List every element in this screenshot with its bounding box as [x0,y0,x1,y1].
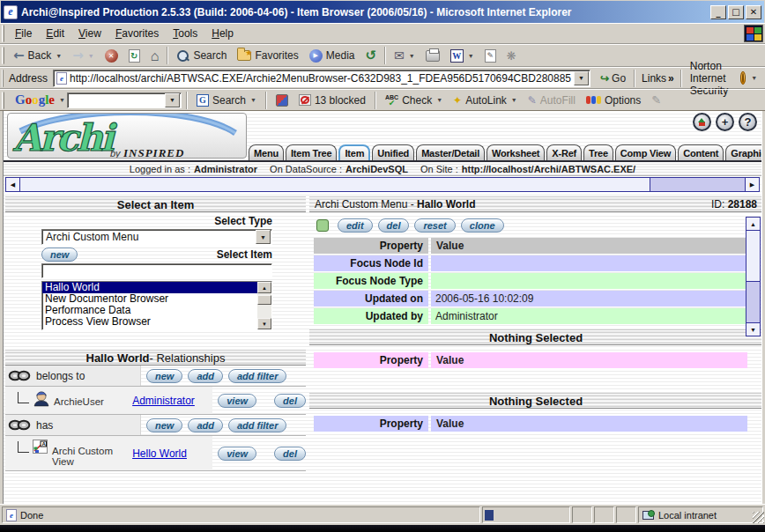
scroll-right-button[interactable]: ▶ [745,178,759,191]
menu-edit[interactable]: Edit [39,25,71,42]
popup-blocker-button[interactable]: 13 blocked [294,92,370,108]
autofill-button[interactable]: ✎ AutoFill [524,92,580,108]
clone-button[interactable]: clone [461,218,504,233]
tab-x-ref[interactable]: X-Ref [546,144,582,160]
relation-view-button[interactable]: view [218,394,256,408]
tab-item[interactable]: Item [338,144,370,160]
relation-new-button[interactable]: new [146,418,182,432]
scroll-up-button[interactable]: ▲ [746,218,760,231]
tab-item-tree[interactable]: Item Tree [286,144,338,160]
menu-tools[interactable]: Tools [166,25,204,42]
mail-dropdown-icon[interactable]: ▼ [409,53,415,59]
spellcheck-button[interactable]: ABC✔ Check ▼ [381,92,447,108]
google-info-button[interactable] [271,92,293,108]
history-button[interactable]: ↺ [360,47,382,65]
edit-button[interactable]: ✎ [479,47,501,65]
scroll-down-button[interactable]: ▼ [746,322,760,336]
detail-vertical-scrollbar[interactable]: ▲ ▼ [746,217,761,336]
horizontal-scrollbar[interactable]: ◀ ▶ [5,177,760,192]
tab-worksheet[interactable]: Worksheet [486,144,545,160]
scroll-thumb[interactable] [20,178,650,191]
home-button[interactable]: ⌂ [145,47,165,65]
links-button[interactable]: Links » [638,72,678,85]
app-home-button[interactable] [693,113,711,131]
google-logo-dropdown-icon[interactable]: ▼ [59,97,65,103]
address-url[interactable]: http://localhost/archi/ABTWSAC.EXE/Archi… [70,72,571,85]
search-button[interactable]: Search [171,47,232,65]
autolink-dropdown-icon[interactable]: ▼ [511,97,517,103]
item-filter-input[interactable] [41,263,272,278]
word-dropdown-icon[interactable]: ▼ [468,53,474,59]
tab-comp-view[interactable]: Comp View [615,144,676,160]
autolink-button[interactable]: ✦ AutoLink ▼ [449,92,522,108]
relation-child-link[interactable]: Hello World [132,447,187,460]
google-search-menu-icon[interactable]: ▼ [250,97,256,103]
new-item-button[interactable]: new [41,248,78,262]
relation-add-button[interactable]: add [188,369,223,383]
app-add-button[interactable]: + [716,113,734,131]
close-button[interactable]: ✕ [746,5,761,19]
media-button[interactable]: ▶ Media [304,47,360,65]
minimize-button[interactable]: _ [710,5,726,19]
spellcheck-dropdown-icon[interactable]: ▼ [436,97,442,103]
tab-master-detail[interactable]: Master/Detail [416,144,485,160]
highlight-button[interactable]: ✎ [647,92,665,108]
edit-with-word-button[interactable]: W ▼ [445,47,479,65]
relation-add-button[interactable]: add [188,418,223,432]
app-help-button[interactable]: ? [739,113,757,131]
listbox-scrollbar[interactable]: ▲ ▼ [257,282,271,329]
maximize-button[interactable]: □ [728,5,744,19]
messenger-button[interactable]: ❋ [501,47,522,65]
back-button[interactable]: ← Back ▼ [8,47,67,64]
scroll-thumb[interactable] [257,295,271,305]
resize-grip[interactable] [753,512,764,523]
forward-dropdown-icon[interactable]: ▼ [88,53,94,59]
relation-add-filter-button[interactable]: add filter [228,418,286,432]
edit-button[interactable]: edit [338,218,373,233]
scroll-track[interactable] [20,178,745,191]
favorites-button[interactable]: ★ Favorites [232,47,303,64]
menu-help[interactable]: Help [204,25,241,42]
reset-button[interactable]: reset [414,218,455,233]
tab-unified[interactable]: Unified [372,144,414,160]
relation-del-button[interactable]: del [274,394,306,408]
toolbar-grip[interactable] [2,47,4,64]
refresh-button[interactable]: ↻ [123,47,145,65]
menu-favorites[interactable]: Favorites [108,25,166,42]
print-button[interactable] [420,48,445,64]
scroll-down-button[interactable]: ▼ [257,318,271,329]
relation-del-button[interactable]: del [274,447,306,461]
menu-view[interactable]: View [71,25,108,42]
norton-dropdown-icon[interactable]: ▼ [751,75,757,81]
tab-content[interactable]: Content [678,144,724,160]
relation-view-button[interactable]: view [218,447,256,461]
relation-new-button[interactable]: new [146,369,182,383]
google-search-dropdown-button[interactable]: ▼ [165,93,180,107]
tab-graphical[interactable]: Graphical [725,144,761,160]
google-search-input[interactable]: ▼ [67,92,182,108]
type-select[interactable]: Archi Custom Menu ▼ [41,229,272,245]
forward-button[interactable]: → ▼ [67,47,100,64]
list-item[interactable]: Process View Browser [42,316,271,328]
toolbar-grip[interactable] [2,70,4,87]
stop-button[interactable]: ✕ [100,47,123,65]
tab-tree[interactable]: Tree [583,144,613,160]
back-dropdown-icon[interactable]: ▼ [56,53,62,59]
item-listbox[interactable]: Hallo World New Documentor Browser Perfo… [41,281,272,330]
scroll-thumb[interactable] [746,231,760,282]
scroll-up-button[interactable]: ▲ [257,282,271,293]
google-logo[interactable]: Google [10,92,56,107]
type-select-arrow[interactable]: ▼ [256,230,271,244]
google-search-button[interactable]: G Search ▼ [192,92,261,108]
tab-menu[interactable]: Menu [249,144,284,160]
address-dropdown-button[interactable]: ▼ [574,71,589,85]
menu-file[interactable]: File [8,25,39,42]
scroll-left-button[interactable]: ◀ [6,178,20,191]
relation-add-filter-button[interactable]: add filter [228,369,286,383]
toolbar-grip[interactable] [2,92,4,109]
address-input[interactable]: e http://localhost/archi/ABTWSAC.EXE/Arc… [53,70,590,87]
mail-button[interactable]: ✉ ▼ [389,47,420,65]
relation-child-link[interactable]: Administrator [132,395,195,407]
toolbar-grip[interactable] [2,25,4,42]
del-button[interactable]: del [378,218,410,233]
